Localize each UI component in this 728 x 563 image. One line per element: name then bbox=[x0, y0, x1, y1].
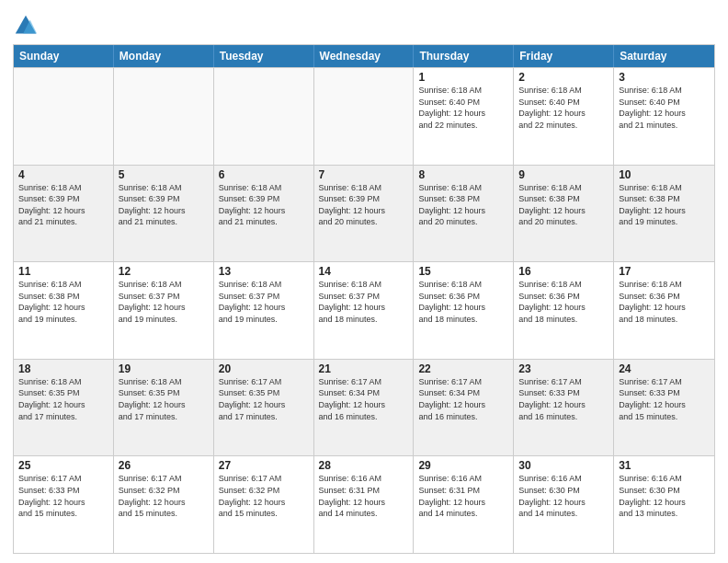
day-number: 6 bbox=[219, 168, 309, 181]
cal-cell-31: 31Sunrise: 6:16 AM Sunset: 6:30 PM Dayli… bbox=[614, 456, 714, 553]
cal-cell-19: 19Sunrise: 6:18 AM Sunset: 6:35 PM Dayli… bbox=[114, 360, 214, 456]
cal-cell-18: 18Sunrise: 6:18 AM Sunset: 6:35 PM Dayli… bbox=[14, 360, 114, 456]
day-number: 9 bbox=[518, 168, 609, 181]
calendar: SundayMondayTuesdayWednesdayThursdayFrid… bbox=[13, 44, 715, 554]
cal-week-4: 25Sunrise: 6:17 AM Sunset: 6:33 PM Dayli… bbox=[14, 455, 714, 553]
cell-info: Sunrise: 6:18 AM Sunset: 6:40 PM Dayligh… bbox=[619, 85, 710, 131]
cell-info: Sunrise: 6:18 AM Sunset: 6:36 PM Dayligh… bbox=[418, 279, 508, 325]
cal-cell-3: 3Sunrise: 6:18 AM Sunset: 6:40 PM Daylig… bbox=[614, 68, 714, 165]
calendar-body: 1Sunrise: 6:18 AM Sunset: 6:40 PM Daylig… bbox=[14, 67, 714, 553]
cal-cell-8: 8Sunrise: 6:18 AM Sunset: 6:38 PM Daylig… bbox=[414, 166, 514, 262]
day-number: 4 bbox=[18, 168, 108, 181]
cal-header-tuesday: Tuesday bbox=[214, 45, 314, 67]
day-number: 18 bbox=[18, 362, 108, 375]
cal-cell-11: 11Sunrise: 6:18 AM Sunset: 6:38 PM Dayli… bbox=[14, 262, 114, 359]
day-number: 23 bbox=[518, 362, 609, 375]
day-number: 10 bbox=[619, 168, 710, 181]
day-number: 14 bbox=[319, 265, 409, 278]
day-number: 19 bbox=[119, 362, 209, 375]
logo bbox=[13, 13, 41, 39]
day-number: 2 bbox=[518, 71, 609, 84]
cal-cell-4: 4Sunrise: 6:18 AM Sunset: 6:39 PM Daylig… bbox=[14, 166, 114, 262]
cal-week-3: 18Sunrise: 6:18 AM Sunset: 6:35 PM Dayli… bbox=[14, 359, 714, 456]
cell-info: Sunrise: 6:17 AM Sunset: 6:33 PM Dayligh… bbox=[18, 473, 108, 519]
cal-cell-9: 9Sunrise: 6:18 AM Sunset: 6:38 PM Daylig… bbox=[514, 166, 614, 262]
cal-cell-6: 6Sunrise: 6:18 AM Sunset: 6:39 PM Daylig… bbox=[214, 166, 314, 262]
day-number: 17 bbox=[619, 265, 710, 278]
cal-cell-12: 12Sunrise: 6:18 AM Sunset: 6:37 PM Dayli… bbox=[114, 262, 214, 359]
cal-cell-empty-2 bbox=[214, 68, 314, 165]
cal-cell-22: 22Sunrise: 6:17 AM Sunset: 6:34 PM Dayli… bbox=[414, 360, 514, 456]
cell-info: Sunrise: 6:17 AM Sunset: 6:34 PM Dayligh… bbox=[319, 376, 409, 422]
cal-cell-13: 13Sunrise: 6:18 AM Sunset: 6:37 PM Dayli… bbox=[214, 262, 314, 359]
day-number: 15 bbox=[418, 265, 508, 278]
day-number: 8 bbox=[418, 168, 508, 181]
cal-header-saturday: Saturday bbox=[614, 45, 714, 67]
cal-cell-27: 27Sunrise: 6:17 AM Sunset: 6:32 PM Dayli… bbox=[214, 456, 314, 553]
day-number: 25 bbox=[18, 459, 108, 472]
cell-info: Sunrise: 6:18 AM Sunset: 6:35 PM Dayligh… bbox=[18, 376, 108, 422]
cell-info: Sunrise: 6:18 AM Sunset: 6:39 PM Dayligh… bbox=[219, 182, 309, 228]
cal-cell-7: 7Sunrise: 6:18 AM Sunset: 6:39 PM Daylig… bbox=[314, 166, 415, 262]
day-number: 28 bbox=[319, 459, 409, 472]
day-number: 11 bbox=[18, 265, 108, 278]
cal-cell-5: 5Sunrise: 6:18 AM Sunset: 6:39 PM Daylig… bbox=[114, 166, 214, 262]
cell-info: Sunrise: 6:18 AM Sunset: 6:37 PM Dayligh… bbox=[319, 279, 409, 325]
cell-info: Sunrise: 6:17 AM Sunset: 6:33 PM Dayligh… bbox=[619, 376, 710, 422]
day-number: 12 bbox=[119, 265, 209, 278]
cell-info: Sunrise: 6:18 AM Sunset: 6:38 PM Dayligh… bbox=[418, 182, 508, 228]
day-number: 29 bbox=[418, 459, 508, 472]
day-number: 1 bbox=[418, 71, 508, 84]
day-number: 5 bbox=[119, 168, 209, 181]
cal-header-friday: Friday bbox=[514, 45, 614, 67]
cal-cell-empty-3 bbox=[314, 68, 415, 165]
header bbox=[13, 9, 715, 39]
day-number: 13 bbox=[219, 265, 309, 278]
cell-info: Sunrise: 6:18 AM Sunset: 6:36 PM Dayligh… bbox=[619, 279, 710, 325]
day-number: 27 bbox=[219, 459, 309, 472]
cal-cell-16: 16Sunrise: 6:18 AM Sunset: 6:36 PM Dayli… bbox=[514, 262, 614, 359]
cell-info: Sunrise: 6:17 AM Sunset: 6:35 PM Dayligh… bbox=[219, 376, 309, 422]
cell-info: Sunrise: 6:17 AM Sunset: 6:33 PM Dayligh… bbox=[518, 376, 609, 422]
cell-info: Sunrise: 6:18 AM Sunset: 6:39 PM Dayligh… bbox=[119, 182, 209, 228]
day-number: 3 bbox=[619, 71, 710, 84]
cell-info: Sunrise: 6:17 AM Sunset: 6:34 PM Dayligh… bbox=[418, 376, 508, 422]
cal-cell-24: 24Sunrise: 6:17 AM Sunset: 6:33 PM Dayli… bbox=[614, 360, 714, 456]
day-number: 30 bbox=[518, 459, 609, 472]
cal-cell-29: 29Sunrise: 6:16 AM Sunset: 6:31 PM Dayli… bbox=[414, 456, 514, 553]
cal-cell-1: 1Sunrise: 6:18 AM Sunset: 6:40 PM Daylig… bbox=[414, 68, 514, 165]
logo-icon bbox=[13, 13, 39, 39]
cal-cell-26: 26Sunrise: 6:17 AM Sunset: 6:32 PM Dayli… bbox=[114, 456, 214, 553]
cell-info: Sunrise: 6:18 AM Sunset: 6:40 PM Dayligh… bbox=[418, 85, 508, 131]
cell-info: Sunrise: 6:18 AM Sunset: 6:38 PM Dayligh… bbox=[518, 182, 609, 228]
cell-info: Sunrise: 6:18 AM Sunset: 6:40 PM Dayligh… bbox=[518, 85, 609, 131]
cal-cell-empty-0 bbox=[14, 68, 114, 165]
day-number: 24 bbox=[619, 362, 710, 375]
cell-info: Sunrise: 6:17 AM Sunset: 6:32 PM Dayligh… bbox=[219, 473, 309, 519]
cell-info: Sunrise: 6:17 AM Sunset: 6:32 PM Dayligh… bbox=[119, 473, 209, 519]
cell-info: Sunrise: 6:16 AM Sunset: 6:30 PM Dayligh… bbox=[518, 473, 609, 519]
cal-cell-10: 10Sunrise: 6:18 AM Sunset: 6:38 PM Dayli… bbox=[614, 166, 714, 262]
cal-header-sunday: Sunday bbox=[14, 45, 114, 67]
day-number: 31 bbox=[619, 459, 710, 472]
cell-info: Sunrise: 6:16 AM Sunset: 6:30 PM Dayligh… bbox=[619, 473, 710, 519]
cell-info: Sunrise: 6:18 AM Sunset: 6:38 PM Dayligh… bbox=[619, 182, 710, 228]
cell-info: Sunrise: 6:18 AM Sunset: 6:38 PM Dayligh… bbox=[18, 279, 108, 325]
day-number: 22 bbox=[418, 362, 508, 375]
cal-cell-23: 23Sunrise: 6:17 AM Sunset: 6:33 PM Dayli… bbox=[514, 360, 614, 456]
cell-info: Sunrise: 6:18 AM Sunset: 6:39 PM Dayligh… bbox=[18, 182, 108, 228]
cal-week-0: 1Sunrise: 6:18 AM Sunset: 6:40 PM Daylig… bbox=[14, 67, 714, 165]
cal-cell-2: 2Sunrise: 6:18 AM Sunset: 6:40 PM Daylig… bbox=[514, 68, 614, 165]
page: SundayMondayTuesdayWednesdayThursdayFrid… bbox=[0, 0, 728, 563]
cell-info: Sunrise: 6:18 AM Sunset: 6:37 PM Dayligh… bbox=[219, 279, 309, 325]
cal-header-monday: Monday bbox=[114, 45, 214, 67]
day-number: 20 bbox=[219, 362, 309, 375]
cal-week-1: 4Sunrise: 6:18 AM Sunset: 6:39 PM Daylig… bbox=[14, 165, 714, 262]
cell-info: Sunrise: 6:16 AM Sunset: 6:31 PM Dayligh… bbox=[319, 473, 409, 519]
cal-cell-14: 14Sunrise: 6:18 AM Sunset: 6:37 PM Dayli… bbox=[314, 262, 415, 359]
cell-info: Sunrise: 6:18 AM Sunset: 6:39 PM Dayligh… bbox=[319, 182, 409, 228]
cal-cell-20: 20Sunrise: 6:17 AM Sunset: 6:35 PM Dayli… bbox=[214, 360, 314, 456]
day-number: 26 bbox=[119, 459, 209, 472]
day-number: 16 bbox=[518, 265, 609, 278]
calendar-header-row: SundayMondayTuesdayWednesdayThursdayFrid… bbox=[14, 45, 714, 67]
